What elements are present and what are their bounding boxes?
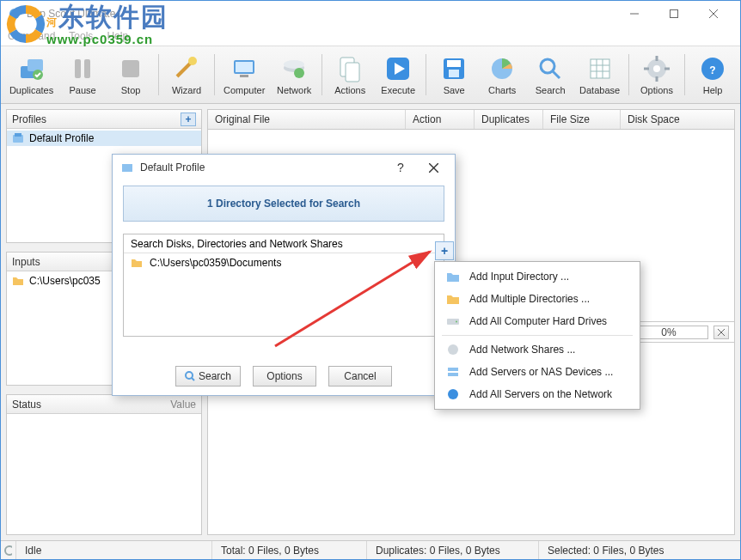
toolbar-search[interactable]: Search	[526, 48, 574, 101]
toolbar-separator	[214, 54, 215, 95]
col-diskspace[interactable]: Disk Space	[621, 110, 734, 129]
svg-rect-20	[346, 63, 359, 82]
dialog-options-button[interactable]: Options	[253, 366, 316, 387]
svg-rect-11	[122, 60, 139, 77]
status-sel: Selected: 0 Files, 0 Bytes	[539, 541, 740, 559]
menu-bar: Command Tools Help	[1, 27, 740, 46]
dialog-add-directory-button[interactable]: +	[435, 241, 454, 260]
ctx-add-servers[interactable]: Add Servers or NAS Devices ...	[435, 361, 640, 383]
toolbar-charts[interactable]: Charts	[478, 48, 526, 101]
toolbar: Duplicates Pause Stop Wizard Computer Ne…	[1, 46, 740, 104]
grid-header: Original File Action Duplicates File Siz…	[207, 109, 735, 130]
toolbar-execute[interactable]: Execute	[374, 48, 422, 101]
status-header: Status Value	[7, 395, 201, 414]
ctx-add-input-directory[interactable]: Add Input Directory ...	[435, 265, 640, 288]
toolbar-stop[interactable]: Stop	[107, 48, 155, 101]
dialog-search-button[interactable]: Search	[175, 366, 241, 387]
toolbar-database[interactable]: Database	[574, 48, 625, 101]
svg-point-18	[294, 68, 304, 78]
toolbar-help[interactable]: ?Help	[689, 48, 737, 101]
toolbar-actions[interactable]: Actions	[326, 48, 374, 101]
title-bar: Dup Scout Ultimate	[1, 1, 740, 27]
stop-icon	[116, 54, 145, 83]
toolbar-separator	[426, 54, 426, 95]
computer-icon	[230, 54, 259, 83]
col-action[interactable]: Action	[406, 110, 475, 129]
dialog-list-item[interactable]: C:\Users\pc0359\Documents	[124, 253, 444, 272]
profiles-add-button[interactable]: +	[181, 113, 196, 126]
toolbar-pause[interactable]: Pause	[58, 48, 107, 101]
toolbar-options[interactable]: Options	[633, 48, 681, 101]
search-icon	[536, 54, 565, 83]
toolbar-save[interactable]: Save	[430, 48, 478, 101]
dialog-close-button[interactable]	[420, 163, 446, 173]
dialog-icon	[121, 161, 133, 173]
svg-rect-3	[671, 10, 678, 18]
ctx-add-multiple-directories[interactable]: Add Multiple Directories ...	[435, 288, 640, 310]
profile-item[interactable]: Default Profile	[7, 131, 201, 146]
dialog-titlebar: Default Profile ?	[113, 155, 455, 180]
menu-help[interactable]: Help	[107, 30, 128, 42]
progress-close-button[interactable]	[713, 326, 729, 339]
window-title: Dup Scout Ultimate	[27, 8, 615, 20]
toolbar-network[interactable]: Network	[270, 48, 318, 101]
globe-grey-icon	[445, 342, 461, 357]
dialog-list-header: Search Disks, Directories and Network Sh…	[124, 234, 444, 253]
dialog-help-button[interactable]: ?	[388, 161, 413, 174]
globe-blue-icon	[445, 387, 461, 402]
pause-icon	[68, 54, 97, 83]
svg-rect-10	[84, 59, 90, 78]
svg-point-50	[186, 372, 193, 379]
add-directory-context-menu: Add Input Directory ... Add Multiple Dir…	[434, 261, 640, 410]
toolbar-separator	[322, 54, 322, 95]
toolbar-wizard[interactable]: Wizard	[162, 48, 211, 101]
help-icon: ?	[698, 54, 727, 83]
toolbar-computer[interactable]: Computer	[218, 48, 270, 101]
menu-command[interactable]: Command	[8, 30, 55, 42]
progress-bar: 0%	[629, 326, 708, 339]
ctx-add-all-servers[interactable]: Add All Servers on the Network	[435, 383, 640, 405]
svg-point-34	[653, 65, 660, 72]
profiles-header: Profiles +	[7, 110, 201, 129]
status-value-col: Value	[170, 399, 196, 411]
status-title: Status	[12, 399, 41, 411]
svg-text:?: ?	[709, 64, 715, 76]
svg-rect-47	[122, 164, 132, 172]
svg-rect-42	[15, 133, 21, 137]
folder-blue-icon	[445, 269, 461, 284]
svg-rect-56	[448, 373, 458, 376]
svg-line-51	[192, 378, 194, 380]
drive-icon	[445, 313, 461, 329]
ctx-add-network-shares[interactable]: Add Network Shares ...	[435, 338, 640, 361]
svg-point-57	[448, 389, 458, 399]
dialog-banner: 1 Directory Selected for Search	[123, 186, 444, 222]
col-duplicates[interactable]: Duplicates	[475, 110, 543, 129]
dialog-cancel-button[interactable]: Cancel	[328, 366, 392, 387]
server-icon	[445, 364, 461, 380]
svg-rect-15	[240, 75, 248, 77]
close-button[interactable]	[694, 1, 733, 27]
duplicates-icon	[17, 54, 46, 83]
svg-rect-55	[448, 368, 458, 371]
col-original[interactable]: Original File	[208, 110, 406, 129]
profile-label: Default Profile	[29, 132, 94, 144]
ctx-add-all-drives[interactable]: Add All Computer Hard Drives	[435, 310, 640, 332]
toolbar-separator	[628, 54, 629, 95]
menu-tools[interactable]: Tools	[69, 30, 93, 42]
status-panel: Status Value	[6, 394, 202, 535]
dialog-directory-list: Search Disks, Directories and Network Sh…	[123, 234, 444, 337]
status-dup: Duplicates: 0 Files, 0 Bytes	[367, 541, 539, 559]
status-state: Idle	[16, 541, 212, 559]
svg-point-46	[5, 546, 12, 555]
database-icon	[585, 54, 615, 83]
dialog-buttons: Search Options Cancel	[113, 357, 455, 395]
options-icon	[642, 54, 671, 83]
maximize-button[interactable]	[654, 1, 694, 27]
minimize-button[interactable]	[615, 1, 654, 27]
network-icon	[279, 54, 309, 83]
col-filesize[interactable]: File Size	[543, 110, 621, 129]
toolbar-duplicates[interactable]: Duplicates	[4, 48, 58, 101]
svg-point-53	[456, 321, 457, 323]
svg-point-26	[541, 59, 554, 73]
svg-rect-14	[236, 62, 253, 72]
